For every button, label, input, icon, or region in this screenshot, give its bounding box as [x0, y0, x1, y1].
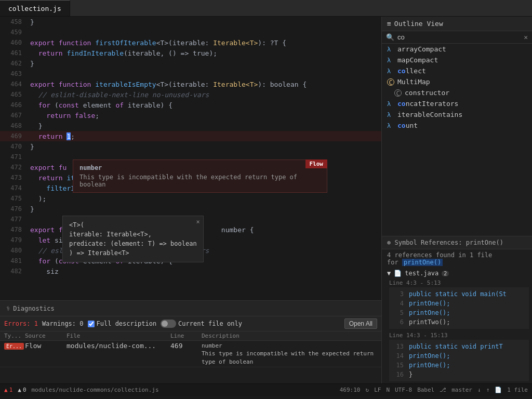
- outline-item-label: collect: [397, 67, 426, 75]
- line-content-464: export function iterableIsEmpty<T>(itera…: [28, 81, 381, 88]
- sig-line-4: ) => Iterable<T>: [69, 248, 197, 258]
- clear-search-icon[interactable]: ✕: [524, 33, 528, 41]
- constructor-icon: C: [394, 89, 402, 97]
- class-icon: C: [387, 78, 394, 86]
- refs-range1-label: Line 4:3 - 5:13: [382, 278, 532, 287]
- refs-file-entry[interactable]: ▼ 📄 test.java 2: [382, 268, 532, 278]
- line-number-462: 462: [2, 60, 28, 67]
- code-line-468: 468 }: [0, 121, 381, 131]
- warning-count: Warnings: 0: [42, 320, 83, 327]
- open-all-button[interactable]: Open All: [344, 318, 377, 329]
- status-warning: ▲ 0: [18, 387, 26, 393]
- code-line-459: 459: [0, 27, 381, 37]
- full-desc-checkbox-label[interactable]: Full description: [88, 320, 157, 327]
- refs-code-line-13: 13 public static void printT: [393, 342, 525, 351]
- outline-item-label: MultiMap: [397, 78, 430, 86]
- refs-code-line-16: 16 }: [393, 370, 525, 379]
- diagnostics-label: Diagnostics: [13, 305, 54, 312]
- tab-bar: collection.js: [0, 0, 532, 17]
- line-number-478: 478: [2, 226, 28, 233]
- diag-row-1[interactable]: Er... Flow modules/nuclide-com... 469 nu…: [0, 341, 381, 367]
- line-number-473: 473: [2, 174, 28, 181]
- warning-icon: ▲: [18, 387, 21, 393]
- chevron-down-icon: ▼: [387, 270, 391, 277]
- outline-item-label: count: [397, 122, 418, 129]
- error-badge: Er...: [4, 343, 24, 350]
- current-file-toggle-label[interactable]: Current file only: [161, 320, 242, 328]
- outline-item-count[interactable]: λ count: [382, 120, 532, 131]
- line-number-458: 458: [2, 18, 28, 25]
- line-content-461: return findInIterable(iterable, () => tr…: [28, 49, 381, 57]
- code-line-463: 463: [0, 69, 381, 79]
- editor-area: 458 } 459 460 export function firstOfIte…: [0, 17, 381, 383]
- line-number-481: 481: [2, 257, 28, 264]
- code-line-476: 476 }: [0, 204, 381, 214]
- right-panel: ≡ Outline View 🔍 ✕ λ arrayCompact λ mapC…: [381, 17, 532, 383]
- outline-search-bar[interactable]: 🔍 ✕: [382, 31, 532, 44]
- line-number-471: 471: [2, 153, 28, 161]
- line-content-475: );: [28, 195, 381, 203]
- refs-code-line-5: 5 printOne();: [393, 308, 525, 317]
- line-number-472: 472: [2, 164, 28, 171]
- line-content-459: [28, 29, 381, 36]
- diagnostics-bar[interactable]: ⚕ Diagnostics: [0, 300, 381, 316]
- sym-refs-icon: ⊛: [387, 239, 394, 246]
- refs-range1-code: 3 public static void main(St 4 printOne(…: [389, 287, 529, 329]
- lambda-icon: λ: [387, 46, 394, 53]
- outline-item-concatiterators[interactable]: λ concatIterators: [382, 98, 532, 109]
- tab-collection-js[interactable]: collection.js: [0, 0, 70, 16]
- current-file-toggle[interactable]: [161, 320, 176, 328]
- outline-item-iterablecontains[interactable]: λ iterableContains: [382, 109, 532, 120]
- sig-close-button[interactable]: ×: [196, 218, 200, 225]
- line-content-482: siz: [28, 268, 381, 275]
- outline-item-constructor[interactable]: C constructor: [382, 87, 532, 98]
- diag-type: Er...: [4, 342, 25, 350]
- code-line-466: 466 for (const element of iterable) {: [0, 100, 381, 110]
- col-type: Ty...: [4, 332, 25, 339]
- file-icon: 📄: [394, 270, 402, 277]
- status-branch: master: [451, 387, 472, 393]
- tooltip-title: number: [79, 164, 321, 171]
- line-content-476: }: [28, 205, 381, 213]
- col-source: Source: [25, 332, 66, 339]
- diag-table-header: Ty... Source File Line Description: [0, 331, 381, 341]
- signature-popup: × <T>( iterable: Iterable<T>, predicate:…: [62, 216, 204, 262]
- outline-title: Outline View: [394, 20, 443, 28]
- refs-code-line-3: 3 public static void main(St: [393, 289, 525, 299]
- outline-icon: ≡: [387, 20, 391, 28]
- code-line-470: 470 }: [0, 141, 381, 152]
- outline-item-mapcompact[interactable]: λ mapCompact: [382, 55, 532, 65]
- line-content-463: [28, 70, 381, 78]
- outline-item-label: mapCompact: [397, 56, 438, 64]
- outline-search-input[interactable]: [397, 33, 521, 41]
- diagnostics-icon: ⚕: [6, 305, 10, 312]
- refs-count: 4 references found in 1 file for printOn…: [382, 249, 532, 268]
- code-line-469: 469 return 1;: [0, 131, 381, 141]
- status-line-ending: LF: [374, 387, 381, 393]
- line-content-460: export function firstOfIterable<T>(itera…: [28, 39, 381, 47]
- sig-line-2: iterable: Iterable<T>,: [69, 230, 197, 239]
- line-number-466: 466: [2, 101, 28, 109]
- line-number-465: 465: [2, 91, 28, 98]
- line-content-465: // eslint-disable-next-line no-unused-va…: [28, 91, 381, 99]
- tooltip-container: Flow number This type is incompatible wi…: [73, 159, 327, 193]
- line-content-470: }: [28, 143, 381, 151]
- status-bar: ▲ 1 ▲ 0 modules/nuclide-commons/collecti…: [0, 383, 532, 396]
- symbol-references: ⊛ Symbol References: printOne() 4 refere…: [382, 236, 532, 383]
- lambda-icon: λ: [387, 57, 394, 64]
- outline-item-multimap[interactable]: C MultiMap: [382, 76, 532, 87]
- git-branch-icon: ⎇: [440, 387, 446, 393]
- outline-item-collect[interactable]: λ collect: [382, 65, 532, 76]
- line-number-459: 459: [2, 29, 28, 36]
- line-content-466: for (const element of iterable) {: [28, 101, 381, 109]
- outline-item-arraycompact[interactable]: λ arrayCompact: [382, 44, 532, 55]
- refs-code-line-14: 14 printOne();: [393, 351, 525, 361]
- line-number-476: 476: [2, 205, 28, 212]
- col-line: Line: [170, 332, 202, 339]
- line-number-467: 467: [2, 112, 28, 119]
- full-desc-checkbox[interactable]: [88, 321, 95, 327]
- status-error: ▲ 1: [4, 387, 12, 393]
- code-area[interactable]: 458 } 459 460 export function firstOfIte…: [0, 17, 381, 300]
- code-line-482: 482 siz: [0, 266, 381, 276]
- outline-item-label: arrayCompact: [397, 45, 446, 53]
